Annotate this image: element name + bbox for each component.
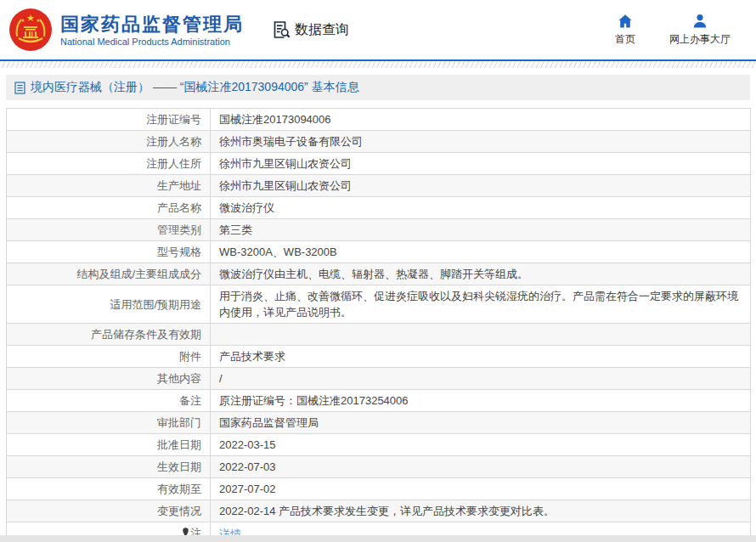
national-emblem-icon — [8, 8, 53, 52]
site-header: 国家药品监督管理局 National Medical Products Admi… — [0, 0, 756, 59]
table-row: 变更情况2022-02-14 产品技术要求发生变更，详见产品技术要求变更对比表。 — [7, 500, 751, 522]
home-icon — [617, 13, 634, 30]
table-row: 批准日期2022-03-15 — [7, 434, 751, 456]
row-value: 国家药品监督管理局 — [211, 412, 751, 434]
row-label: 注册证编号 — [7, 109, 211, 131]
row-value: 徐州市九里区铜山农资公司 — [211, 153, 751, 175]
table-row: 型号规格WB-3200A、WB-3200B — [7, 241, 751, 263]
table-row: 附件产品技术要求 — [7, 346, 751, 368]
row-value: 微波治疗仪由主机、电缆、辐射器、热凝器、脚踏开关等组成。 — [211, 263, 751, 285]
row-value: 产品技术要求 — [211, 346, 751, 368]
brand[interactable]: 国家药品监督管理局 National Medical Products Admi… — [8, 8, 244, 52]
table-row: 注册人名称徐州市奥瑞电子设备有限公司 — [7, 131, 751, 153]
table-row: 生效日期2022-07-03 — [7, 456, 751, 478]
row-value: 2022-07-03 — [211, 456, 751, 478]
data-query-nav[interactable]: 数据查询 — [271, 20, 349, 40]
table-row: 管理类别第三类 — [7, 219, 751, 241]
row-label: 生效日期 — [7, 456, 211, 478]
table-row: 审批部门国家药品监督管理局 — [7, 412, 751, 434]
row-value: 原注册证编号：国械注准20173254006 — [211, 390, 751, 412]
table-row: 注册证编号国械注准20173094006 — [7, 109, 751, 131]
row-label: 注册人名称 — [7, 131, 211, 153]
nav-home-label: 首页 — [615, 32, 635, 47]
page-title: 境内医疗器械（注册） —— “国械注准20173094006” 基本信息 — [31, 80, 359, 95]
org-name-cn: 国家药品监督管理局 — [60, 13, 244, 37]
nav-service-hall-label: 网上办事大厅 — [669, 32, 731, 47]
row-label: 生产地址 — [7, 175, 211, 197]
row-label: 管理类别 — [7, 219, 211, 241]
page-title-bar: 境内医疗器械（注册） —— “国械注准20173094006” 基本信息 — [6, 75, 750, 100]
nav-service-hall[interactable]: 网上办事大厅 — [669, 13, 731, 47]
row-value: 国械注准20173094006 — [211, 109, 751, 131]
table-row: 备注原注册证编号：国械注准20173254006 — [7, 390, 751, 412]
document-icon — [14, 82, 25, 94]
table-row: 有效期至2027-07-02 — [7, 478, 751, 500]
nav-home[interactable]: 首页 — [615, 13, 635, 47]
row-value: 用于消炎、止痛、改善微循环、促进炎症吸收以及妇科尖锐湿疣的治疗。产品需在符合一定… — [211, 285, 751, 324]
table-row: 其他内容/ — [7, 368, 751, 390]
info-table-body: 注册证编号国械注准20173094006注册人名称徐州市奥瑞电子设备有限公司注册… — [7, 109, 751, 542]
row-label: 产品储存条件及有效期 — [7, 324, 211, 346]
table-row: 生产地址徐州市九里区铜山农资公司 — [7, 175, 751, 197]
row-label: 适用范围/预期用途 — [7, 285, 211, 324]
main-content: 境内医疗器械（注册） —— “国械注准20173094006” 基本信息 注册证… — [0, 75, 756, 542]
table-row: 产品名称微波治疗仪 — [7, 197, 751, 219]
row-value: / — [211, 368, 751, 390]
table-row: 注册人住所徐州市九里区铜山农资公司 — [7, 153, 751, 175]
row-value: 徐州市九里区铜山农资公司 — [211, 175, 751, 197]
row-label: 批准日期 — [7, 434, 211, 456]
org-name-en: National Medical Products Administration — [60, 37, 244, 47]
row-label: 注册人住所 — [7, 153, 211, 175]
info-table: 注册证编号国械注准20173094006注册人名称徐州市奥瑞电子设备有限公司注册… — [6, 108, 751, 542]
row-value: 2027-07-02 — [211, 478, 751, 500]
row-label: 有效期至 — [7, 478, 211, 500]
row-label: 变更情况 — [7, 500, 211, 522]
row-label: 审批部门 — [7, 412, 211, 434]
row-label: 型号规格 — [7, 241, 211, 263]
row-value: WB-3200A、WB-3200B — [211, 241, 751, 263]
row-label: 附件 — [7, 346, 211, 368]
table-row: 产品储存条件及有效期 — [7, 324, 751, 346]
row-value — [211, 324, 751, 346]
person-icon — [691, 13, 708, 30]
data-query-icon — [271, 20, 291, 40]
row-label: 产品名称 — [7, 197, 211, 219]
row-value: 2022-03-15 — [211, 434, 751, 456]
bottom-strip — [0, 535, 756, 542]
row-label: 备注 — [7, 390, 211, 412]
row-value: 第三类 — [211, 219, 751, 241]
table-row: 结构及组成/主要组成成分微波治疗仪由主机、电缆、辐射器、热凝器、脚踏开关等组成。 — [7, 263, 751, 285]
row-value: 徐州市奥瑞电子设备有限公司 — [211, 131, 751, 153]
row-value: 微波治疗仪 — [211, 197, 751, 219]
top-nav: 首页 网上办事大厅 — [615, 13, 731, 47]
row-label: 其他内容 — [7, 368, 211, 390]
table-row: 适用范围/预期用途用于消炎、止痛、改善微循环、促进炎症吸收以及妇科尖锐湿疣的治疗… — [7, 285, 751, 324]
row-value: 2022-02-14 产品技术要求发生变更，详见产品技术要求变更对比表。 — [211, 500, 751, 522]
striped-band — [0, 61, 756, 68]
row-label: 结构及组成/主要组成成分 — [7, 263, 211, 285]
data-query-label: 数据查询 — [295, 21, 349, 39]
